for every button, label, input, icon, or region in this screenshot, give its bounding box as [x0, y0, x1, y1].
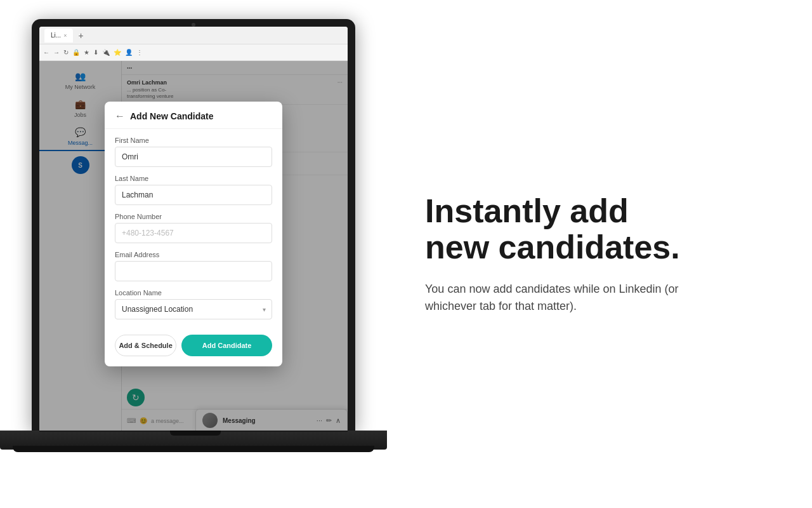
last-name-field-group: Last Name [115, 175, 272, 205]
email-input[interactable] [115, 261, 272, 281]
browser-chrome: Li... × + [39, 27, 348, 44]
camera-dot [192, 23, 195, 27]
headline: Instantly add new candidates. [425, 193, 774, 265]
email-field-group: Email Address [115, 251, 272, 281]
modal-footer: Add & Schedule Add Candidate [105, 335, 282, 356]
bookmark-icon[interactable]: ⭐ [114, 49, 121, 56]
add-schedule-button[interactable]: Add & Schedule [115, 335, 176, 356]
headline-line1: Instantly add [425, 192, 629, 229]
location-select-wrapper: Unassigned Location ▾ [115, 299, 272, 319]
last-name-input[interactable] [115, 185, 272, 205]
account-icon[interactable]: 👤 [125, 49, 133, 56]
location-label: Location Name [115, 289, 272, 297]
tab-title: Li... [51, 32, 61, 39]
phone-field-group: Phone Number [115, 213, 272, 243]
download-icon[interactable]: ⬇ [93, 49, 98, 56]
modal-back-button[interactable]: ← [115, 110, 125, 122]
menu-icon[interactable]: ⋮ [136, 49, 143, 56]
extension-icon[interactable]: 🔌 [102, 49, 110, 56]
phone-label: Phone Number [115, 213, 272, 220]
browser-tab[interactable]: Li... × [44, 29, 73, 43]
subtext: You can now add candidates while on Link… [425, 281, 691, 315]
back-icon[interactable]: ← [43, 49, 49, 56]
laptop-body: Li... × + ← → ↻ 🔒 ★ ⬇ 🔌 ⭐ 👤 ⋮ [0, 19, 390, 476]
add-candidate-modal: ← Add New Candidate First Name Last Name [105, 102, 282, 366]
tab-close-icon[interactable]: × [63, 32, 67, 39]
modal-header: ← Add New Candidate [105, 102, 282, 129]
modal-overlay: ← Add New Candidate First Name Last Name [39, 61, 348, 432]
laptop-mockup: Li... × + ← → ↻ 🔒 ★ ⬇ 🔌 ⭐ 👤 ⋮ [0, 0, 393, 508]
star-icon[interactable]: ★ [84, 49, 89, 56]
add-candidate-button[interactable]: Add Candidate [181, 335, 272, 356]
laptop-bottom [13, 446, 374, 452]
screen-bezel: Li... × + ← → ↻ 🔒 ★ ⬇ 🔌 ⭐ 👤 ⋮ [32, 19, 355, 432]
linkedin-page: 👥 My Network 💼 Jobs 💬 Messag... S [39, 61, 348, 432]
first-name-input[interactable] [115, 147, 272, 167]
first-name-field-group: First Name [115, 137, 272, 167]
phone-input[interactable] [115, 223, 272, 243]
add-tab-button[interactable]: + [78, 30, 83, 41]
lock-icon: 🔒 [72, 49, 80, 56]
browser-toolbar: ← → ↻ 🔒 ★ ⬇ 🔌 ⭐ 👤 ⋮ [39, 44, 348, 61]
modal-title: Add New Candidate [130, 111, 213, 121]
last-name-label: Last Name [115, 175, 272, 182]
forward-icon[interactable]: → [53, 49, 60, 56]
marketing-copy-section: Instantly add new candidates. You can no… [393, 155, 812, 353]
modal-body: First Name Last Name Phone Number [105, 129, 282, 335]
first-name-label: First Name [115, 137, 272, 144]
headline-line2: new candidates. [425, 229, 680, 265]
location-field-group: Location Name Unassigned Location ▾ [115, 289, 272, 319]
screen: Li... × + ← → ↻ 🔒 ★ ⬇ 🔌 ⭐ 👤 ⋮ [39, 27, 348, 432]
email-label: Email Address [115, 251, 272, 258]
location-select[interactable]: Unassigned Location [115, 299, 272, 319]
refresh-icon[interactable]: ↻ [63, 49, 69, 56]
